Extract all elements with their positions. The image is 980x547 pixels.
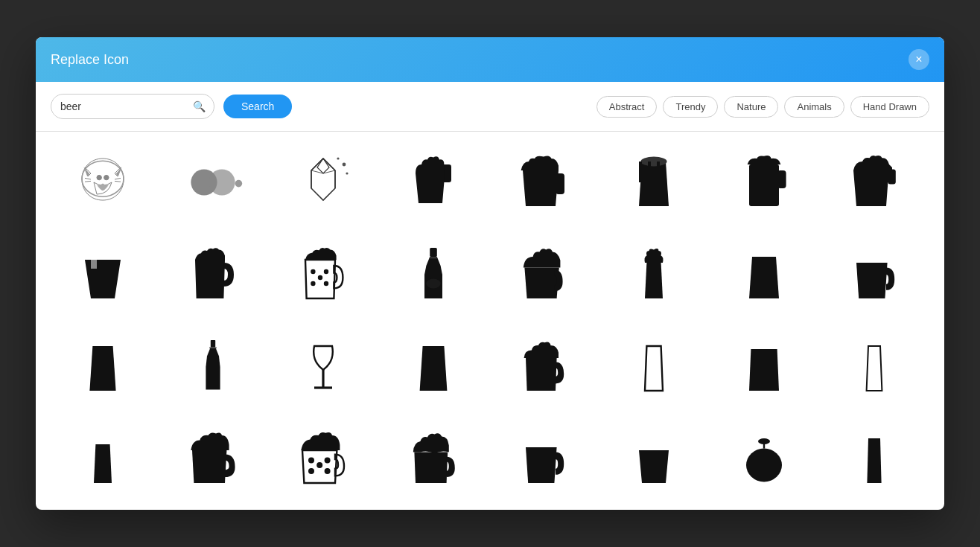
modal-header: Replace Icon × <box>36 37 944 82</box>
wine-glass-icon[interactable] <box>271 322 375 412</box>
svg-rect-22 <box>648 161 651 194</box>
beer-mug-foam2-icon[interactable] <box>491 230 596 319</box>
beer-flute2-icon[interactable] <box>822 322 926 412</box>
svg-rect-23 <box>749 164 779 206</box>
category-hand-drawn[interactable]: Hand Drawn <box>850 96 929 118</box>
beer-pint-solid-icon[interactable] <box>712 230 816 319</box>
svg-rect-21 <box>657 161 660 182</box>
beer-cup-small-icon[interactable] <box>51 415 155 504</box>
svg-point-10 <box>346 172 348 174</box>
beer-mug-dots-icon[interactable] <box>271 230 375 319</box>
modal-backdrop: Replace Icon × 🔍 Search Abstract Trendy … <box>0 0 980 547</box>
icons-grid <box>51 132 929 510</box>
svg-rect-26 <box>91 260 97 269</box>
beer-mug-foam3-icon[interactable] <box>491 322 596 412</box>
beer-mug-foam-icon[interactable] <box>381 138 486 227</box>
category-nature[interactable]: Nature <box>724 96 778 118</box>
svg-rect-17 <box>444 164 451 182</box>
svg-point-4 <box>209 169 235 195</box>
search-input[interactable] <box>51 94 214 119</box>
svg-point-31 <box>324 281 328 286</box>
beer-narrow-icon[interactable] <box>822 415 926 504</box>
svg-point-41 <box>308 468 314 474</box>
category-tags: Abstract Trendy Nature Animals Hand Draw… <box>596 96 929 118</box>
svg-point-34 <box>426 279 440 289</box>
beer-bottle-icon[interactable] <box>381 230 486 319</box>
replace-icon-modal: Replace Icon × 🔍 Search Abstract Trendy … <box>36 37 944 510</box>
svg-rect-36 <box>209 348 217 349</box>
svg-point-28 <box>318 275 322 280</box>
svg-point-0 <box>97 175 101 179</box>
svg-point-8 <box>343 163 346 167</box>
beer-pint-tall-icon[interactable] <box>51 322 155 412</box>
svg-point-45 <box>758 438 770 444</box>
modal-title: Replace Icon <box>51 52 129 68</box>
svg-rect-18 <box>556 173 564 194</box>
svg-marker-7 <box>317 159 329 173</box>
svg-rect-33 <box>430 257 437 258</box>
search-input-wrapper: 🔍 <box>51 94 214 119</box>
category-abstract[interactable]: Abstract <box>596 96 658 118</box>
svg-point-29 <box>311 281 315 286</box>
svg-rect-35 <box>211 340 215 348</box>
svg-point-39 <box>308 458 314 464</box>
beer-cup-wide-icon[interactable] <box>602 415 706 504</box>
beer-bottle2-icon[interactable] <box>161 322 265 412</box>
abstract-circles-icon[interactable] <box>161 138 265 227</box>
svg-point-1 <box>104 175 109 179</box>
svg-point-40 <box>316 462 322 468</box>
svg-point-30 <box>324 269 328 274</box>
beer-mug-right-icon[interactable] <box>822 138 926 227</box>
tiger-face-icon[interactable] <box>51 138 155 227</box>
beer-tall-mug-icon[interactable] <box>712 138 816 227</box>
geometric-crystal-icon[interactable] <box>271 138 375 227</box>
beer-flute-icon[interactable] <box>602 322 706 412</box>
icons-container <box>36 132 944 510</box>
beer-dark-pint-icon[interactable] <box>381 322 486 412</box>
svg-point-42 <box>325 458 331 464</box>
svg-line-12 <box>311 159 323 170</box>
svg-point-27 <box>311 269 315 274</box>
svg-point-19 <box>640 157 666 167</box>
beer-mug-dark-icon[interactable] <box>822 230 926 319</box>
svg-point-44 <box>746 449 782 482</box>
svg-line-11 <box>323 159 335 170</box>
category-animals[interactable]: Animals <box>784 96 844 118</box>
svg-marker-6 <box>311 159 335 200</box>
beer-pint-glass-icon[interactable] <box>602 138 706 227</box>
beer-mug-handle-icon[interactable] <box>161 230 265 319</box>
category-trendy[interactable]: Trendy <box>663 96 718 118</box>
svg-rect-24 <box>777 170 786 188</box>
beer-tumbler2-icon[interactable] <box>712 322 816 412</box>
beer-mug-large-icon[interactable] <box>491 138 596 227</box>
beer-mug-dots2-icon[interactable] <box>271 415 375 504</box>
svg-rect-20 <box>639 161 642 182</box>
svg-rect-32 <box>430 248 437 257</box>
svg-point-5 <box>235 180 243 188</box>
beer-tumbler-icon[interactable] <box>51 230 155 319</box>
search-button[interactable]: Search <box>223 95 292 118</box>
svg-point-43 <box>325 468 331 474</box>
beer-mug-foam4-icon[interactable] <box>381 415 486 504</box>
close-button[interactable]: × <box>909 49 929 70</box>
beer-mug-large2-icon[interactable] <box>161 415 265 504</box>
svg-rect-25 <box>888 169 895 184</box>
beer-mug-handle2-icon[interactable] <box>491 415 596 504</box>
svg-point-9 <box>337 157 339 159</box>
beer-teapot-icon[interactable] <box>712 415 816 504</box>
search-bar: 🔍 Search Abstract Trendy Nature Animals … <box>36 82 944 132</box>
beer-pilsner-foam-icon[interactable] <box>602 230 706 319</box>
